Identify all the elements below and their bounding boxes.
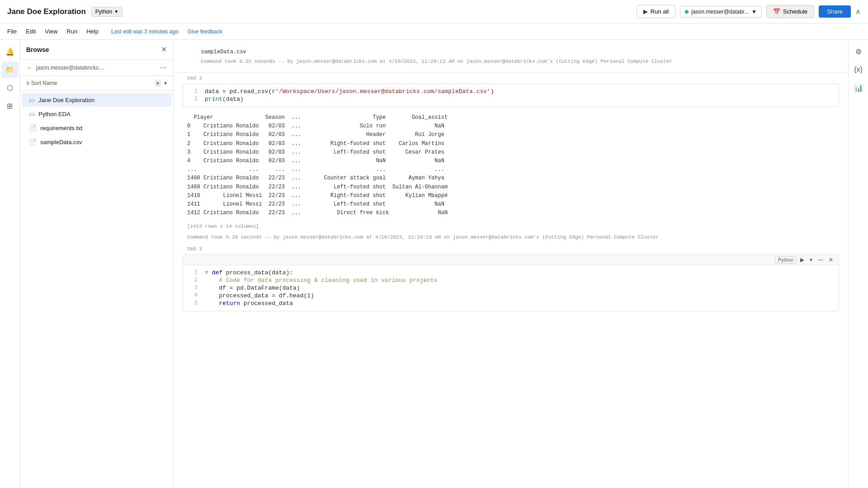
line-content: print(data) — [205, 96, 244, 103]
line-number: 2 — [189, 96, 198, 102]
cmd2-code: 1 data = pd.read_csv(r'/Workspace/Users/… — [183, 84, 839, 107]
main-content: 🔔 📁 ⬡ ⊞ Browse ✕ ← jason.messer@databric… — [0, 40, 868, 488]
file-name: Python EDA — [38, 111, 71, 117]
file-icon: 📄 — [29, 124, 37, 131]
cmd2-rows-info: [1413 rows x 14 columns] — [174, 222, 848, 233]
left-icon-rail: 🔔 📁 ⬡ ⊞ — [0, 40, 20, 488]
sidebar-nav: ← jason.messer@databricks.... ⋯ — [20, 60, 173, 76]
top-bar-right: ▶ Run all jason.messer@databr... ▼ 📅 Sch… — [637, 5, 861, 18]
code-lines: 1 ▼ def process_data(data): 2 # Code for… — [183, 265, 839, 311]
give-feedback-link[interactable]: Give feedback — [188, 28, 222, 35]
sidebar-title: Browse — [26, 46, 49, 53]
line-number: 4 — [189, 292, 198, 299]
line-content: return processed_data — [205, 300, 293, 307]
right-panel-icon-2[interactable]: {x} — [850, 61, 867, 78]
run-cell-button[interactable]: ▶ — [798, 256, 806, 264]
line-number: 2 — [189, 277, 198, 283]
cmd2-command-info: Command took 0.29 seconds -- by jason.me… — [174, 233, 848, 244]
cmd1-output-file: sampleData.csv — [187, 44, 835, 57]
python-label: Python — [95, 9, 112, 15]
cmd1-output: sampleData.csv Command took 0.22 seconds… — [174, 40, 848, 73]
code-cell-header: Python ▶ ▾ — ✕ — [183, 255, 839, 265]
cmd2-cell: Cmd 2 1 data = pd.read_csv(r'/Workspace/… — [174, 73, 848, 244]
cmd3-label: Cmd 3 — [174, 244, 848, 253]
cmd1-command-info: Command took 0.22 seconds -- by jason.me… — [187, 57, 835, 68]
cmd2-table-output: Player Season ... Type Goal_assist 0 Cri… — [174, 109, 848, 222]
fold-icon[interactable]: ▼ — [205, 269, 212, 276]
python-language-selector[interactable]: Python ▼ — [91, 7, 123, 17]
share-button[interactable]: Share — [819, 5, 851, 18]
collapse-button[interactable]: ∧ — [855, 7, 861, 16]
right-icon-rail: ⚙ {x} 📊 — [848, 40, 868, 488]
right-panel-icon-1[interactable]: ⚙ — [850, 43, 867, 60]
sort-chevron-button[interactable]: ▾ — [164, 80, 167, 86]
back-button[interactable]: ← — [26, 64, 33, 71]
file-icon: 📄 — [29, 138, 37, 145]
code-lines: 1 data = pd.read_csv(r'/Workspace/Users/… — [183, 84, 839, 107]
line-number: 1 — [189, 88, 198, 94]
last-edit-label[interactable]: Last edit was 3 minutes ago — [111, 28, 179, 35]
more-options-button[interactable]: ⋯ — [160, 63, 167, 72]
workspace-icon[interactable]: ⬡ — [2, 80, 18, 96]
sidebar-header: Browse ✕ — [20, 40, 173, 60]
sort-label: ≡ Sort Name — [26, 80, 151, 86]
line-number: 5 — [189, 300, 198, 306]
schedule-button[interactable]: 📅 Schedule — [766, 5, 814, 18]
notebook-icon: ▭ — [29, 110, 35, 117]
app-title: Jane Doe Exploration — [7, 7, 86, 16]
menu-bar: File Edit View Run Help Last edit was 3 … — [0, 23, 868, 40]
list-item[interactable]: ▭ Python EDA — [22, 107, 171, 121]
play-icon: ▶ — [643, 8, 648, 15]
menu-edit[interactable]: Edit — [26, 28, 36, 35]
user-name: jason.messer@databr... — [691, 9, 749, 15]
menu-file[interactable]: File — [7, 28, 17, 35]
code-cell-toolbar: Python ▶ ▾ — ✕ — [775, 256, 835, 264]
line-content: ▼ def process_data(data): — [205, 269, 293, 276]
data-icon[interactable]: ⊞ — [2, 98, 18, 114]
user-selector[interactable]: jason.messer@databr... ▼ — [680, 6, 762, 18]
cell-close-button[interactable]: ✕ — [827, 256, 835, 264]
sort-name-text: Sort Name — [31, 80, 57, 86]
share-label: Share — [827, 8, 843, 15]
file-name: sampleData.csv — [40, 139, 82, 145]
schedule-label: Schedule — [783, 8, 807, 15]
code-line: 5 return processed_data — [183, 300, 839, 307]
notebook: sampleData.csv Command took 0.22 seconds… — [174, 40, 848, 488]
list-item[interactable]: 📄 requirements.txt — [22, 121, 171, 135]
code-line: 2 # Code for data processing & cleaning … — [183, 277, 839, 284]
menu-help[interactable]: Help — [86, 28, 99, 35]
sidebar-close-button[interactable]: ✕ — [161, 45, 167, 54]
code-line: 1 data = pd.read_csv(r'/Workspace/Users/… — [183, 88, 839, 95]
sort-clear-button[interactable]: × — [154, 80, 161, 87]
cell-minimize-button[interactable]: — — [816, 256, 825, 264]
list-item[interactable]: ▭ Jane Doe Exploration — [22, 93, 171, 107]
list-item[interactable]: 📄 sampleData.csv — [22, 135, 171, 149]
line-content: df = pd.DataFrame(data) — [205, 285, 300, 291]
cell-down-button[interactable]: ▾ — [808, 256, 814, 264]
file-name: Jane Doe Exploration — [38, 97, 94, 103]
code-line: 3 df = pd.DataFrame(data) — [183, 284, 839, 292]
line-content: data = pd.read_csv(r'/Workspace/Users/ja… — [205, 88, 494, 95]
cmd2-label: Cmd 2 — [174, 73, 848, 82]
cmd3-code[interactable]: Python ▶ ▾ — ✕ 1 ▼ def process_data(data… — [183, 254, 839, 311]
notifications-icon[interactable]: 🔔 — [2, 43, 18, 60]
cmd3-cell: Cmd 3 Python ▶ ▾ — ✕ 1 ▼ def process_d — [174, 244, 848, 311]
line-content: processed_data = df.head(1) — [205, 292, 314, 299]
chevron-down-icon: ▼ — [114, 9, 118, 14]
sidebar-sort: ≡ Sort Name × ▾ — [20, 76, 173, 91]
code-line: 2 print(data) — [183, 95, 839, 103]
menu-view[interactable]: View — [45, 28, 57, 35]
top-bar: Jane Doe Exploration Python ▼ ▶ Run all … — [0, 0, 868, 23]
file-list: ▭ Jane Doe Exploration ▭ Python EDA 📄 re… — [20, 91, 173, 488]
user-status-dot — [685, 10, 689, 14]
chevron-down-icon: ▼ — [751, 9, 757, 15]
browse-icon[interactable]: 📁 — [2, 61, 18, 78]
run-all-button[interactable]: ▶ Run all — [637, 5, 675, 18]
notebook-icon: ▭ — [29, 96, 35, 103]
run-all-label: Run all — [651, 8, 669, 15]
right-panel-icon-3[interactable]: 📊 — [850, 80, 867, 96]
menu-run[interactable]: Run — [66, 28, 77, 35]
code-line: 1 ▼ def process_data(data): — [183, 269, 839, 277]
line-number: 3 — [189, 285, 198, 291]
sort-icon: ≡ — [26, 80, 29, 86]
